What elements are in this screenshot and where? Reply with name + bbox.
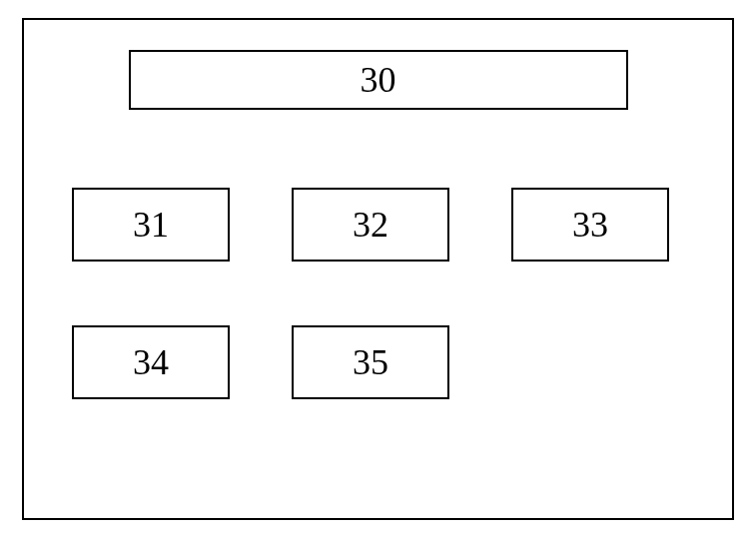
- box-33: 33: [511, 188, 669, 262]
- box-34: 34: [72, 325, 230, 399]
- diagram-container: 30 31 32 33 34 35: [22, 18, 734, 520]
- header-box: 30: [129, 50, 628, 110]
- box-label: 33: [572, 204, 608, 246]
- box-35: 35: [292, 325, 449, 399]
- box-label: 35: [353, 341, 388, 383]
- box-label: 32: [353, 204, 388, 246]
- header-row: 30: [72, 50, 684, 110]
- row-1: 31 32 33: [72, 188, 684, 262]
- header-label: 30: [361, 59, 396, 101]
- box-32: 32: [292, 188, 449, 262]
- box-label: 31: [133, 204, 169, 246]
- box-31: 31: [72, 188, 230, 262]
- row-2: 34 35: [72, 325, 684, 399]
- box-label: 34: [133, 341, 169, 383]
